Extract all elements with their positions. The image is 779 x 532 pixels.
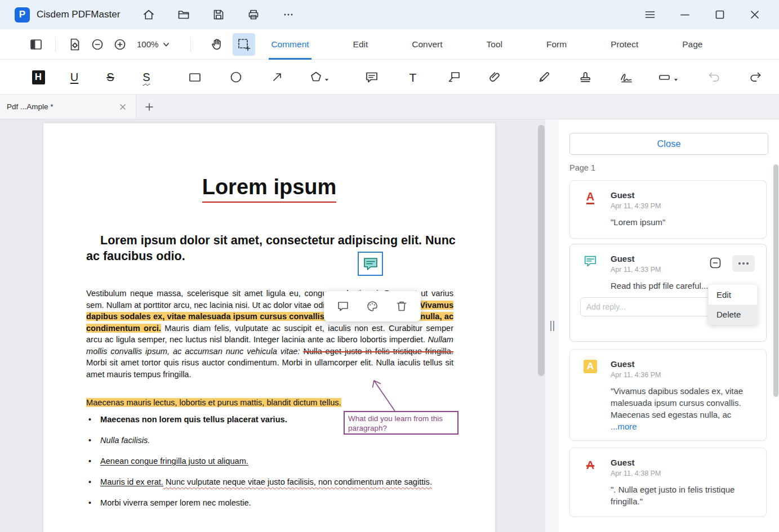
note-icon (364, 70, 379, 84)
comment-time: Apr 11, 4:33 PM (611, 266, 661, 274)
redo-button[interactable] (745, 66, 765, 88)
tab-edit[interactable]: Edit (353, 29, 368, 60)
print-button[interactable] (243, 5, 264, 25)
tab-convert[interactable]: Convert (412, 29, 442, 60)
arrow-icon (270, 70, 284, 84)
pdf-bullet-item: • Morbi viverra semper lorem nec molesti… (86, 497, 458, 509)
pdf-scrollbar-thumb[interactable] (538, 125, 545, 376)
text-tool-button[interactable]: T (403, 66, 423, 88)
collapse-comment-button[interactable] (707, 255, 723, 271)
squiggly-icon: S (143, 71, 150, 83)
panel-scrollbar-thumb[interactable] (773, 164, 778, 397)
more-actions-button[interactable] (278, 5, 299, 25)
comment-author: Guest (611, 190, 661, 200)
close-window-button[interactable] (745, 5, 765, 25)
popup-color-button[interactable] (363, 297, 382, 316)
callout-icon (447, 70, 461, 84)
content-area: Lorem ipsum Lorem ipsum dolor sit amet, … (0, 119, 779, 532)
minimize-button[interactable] (675, 5, 695, 25)
comment-more-button[interactable] (732, 255, 755, 272)
highlight-annotation-icon: A (583, 359, 598, 374)
new-tab-button[interactable] (136, 95, 162, 119)
callout-annotation[interactable]: What did you learn from this paragraph? (344, 411, 459, 435)
zoom-level-dropdown[interactable]: 100% (137, 39, 170, 49)
dropdown-caret-icon (325, 79, 328, 81)
arrow-tool-button[interactable] (267, 66, 287, 88)
show-more-link[interactable]: ...more (611, 422, 637, 431)
underline-icon: U (70, 71, 78, 83)
popup-note-button[interactable] (333, 297, 353, 316)
tab-form[interactable]: Form (546, 29, 567, 60)
popup-delete-button[interactable] (392, 297, 411, 316)
app-logo: P (15, 7, 30, 23)
stamp-tool-button[interactable] (575, 66, 595, 88)
more-icon (282, 8, 295, 21)
strikethrough-tool-button[interactable]: S (100, 66, 121, 88)
pdf-highlighted-line: Maecenas mauris lectus, lobortis et puru… (86, 397, 341, 408)
stamp-icon (578, 70, 593, 84)
panel-splitter[interactable] (545, 119, 559, 532)
page-setup-icon (68, 37, 82, 52)
sidebar-toggle-button[interactable] (25, 33, 47, 56)
document-tab[interactable]: Pdf ...Ample * (0, 95, 136, 119)
home-button[interactable] (139, 5, 159, 25)
undo-button[interactable] (704, 66, 724, 88)
close-panel-button[interactable]: Close (569, 133, 768, 155)
pdf-title: Lorem ipsum (202, 175, 337, 203)
comment-text: ". Nulla eget justo in felis tristique f… (611, 484, 755, 507)
comment-card[interactable]: A Guest Apr 11, 4:36 PM "Vivamus dapibus… (569, 349, 767, 441)
tab-page[interactable]: Page (682, 29, 702, 60)
underline-tool-button[interactable]: U (64, 66, 84, 88)
shape-style-tool-button[interactable] (657, 66, 678, 88)
save-icon (212, 8, 225, 21)
signature-tool-button[interactable] (616, 66, 636, 88)
callout-tool-button[interactable] (444, 66, 464, 88)
highlight-tool-button[interactable]: H (28, 66, 48, 88)
zoom-in-button[interactable] (109, 33, 131, 56)
select-tool-button[interactable] (233, 33, 255, 56)
comment-card[interactable]: A Guest Apr 11, 4:39 PM "Lorem ipsum" (569, 180, 767, 239)
pdf-bullet-item: • Aenean congue fringilla justo ut aliqu… (86, 455, 458, 467)
page-setup-button[interactable] (64, 33, 86, 56)
pdf-scrollbar[interactable] (537, 119, 545, 532)
comment-text: "Lorem ipsum" (611, 216, 755, 228)
polygon-icon (309, 70, 323, 84)
note-tool-button[interactable] (362, 66, 382, 88)
zoom-in-icon (113, 37, 127, 52)
comment-card[interactable]: A Guest Apr 11, 4:38 PM ". Nulla eget ju… (569, 448, 767, 517)
polygon-tool-button[interactable] (308, 66, 328, 88)
save-button[interactable] (208, 5, 229, 25)
hand-tool-button[interactable] (206, 33, 228, 56)
plus-icon (145, 102, 154, 111)
app-menu-button[interactable] (640, 5, 660, 25)
pencil-tool-button[interactable] (534, 66, 554, 88)
tab-protect[interactable]: Protect (611, 29, 638, 60)
panel-scrollbar[interactable] (773, 119, 778, 532)
folder-open-icon (177, 8, 190, 21)
note-annotation[interactable] (358, 252, 383, 276)
open-file-button[interactable] (173, 5, 194, 25)
maximize-button[interactable] (710, 5, 730, 25)
titlebar: P Cisdem PDFMaster (0, 0, 779, 29)
document-tabbar: Pdf ...Ample * (0, 95, 779, 119)
rectangle-tool-button[interactable] (185, 66, 205, 88)
comment-text: "Vivamus dapibus sodales ex, vitae males… (611, 385, 755, 432)
tab-tool[interactable]: Tool (487, 29, 502, 60)
highlight-icon: H (32, 70, 45, 84)
tab-comment[interactable]: Comment (271, 29, 309, 60)
trash-icon (395, 300, 408, 312)
zoom-out-button[interactable] (86, 33, 109, 56)
maximize-icon (713, 8, 727, 21)
print-icon (247, 8, 260, 21)
ellipse-tool-button[interactable] (226, 66, 246, 88)
pdf-title-block: Lorem ipsum (43, 175, 495, 199)
menu-item-edit[interactable]: Edit (709, 285, 757, 305)
menu-item-delete[interactable]: Delete (709, 305, 757, 324)
close-tab-button[interactable] (117, 101, 129, 113)
select-marquee-icon (237, 37, 251, 52)
close-icon (119, 103, 127, 111)
squiggly-tool-button[interactable]: S (136, 66, 157, 88)
attachment-tool-button[interactable] (485, 66, 505, 88)
splitter-grip-icon (550, 321, 554, 331)
document-tab-title: Pdf ...Ample * (7, 102, 117, 111)
